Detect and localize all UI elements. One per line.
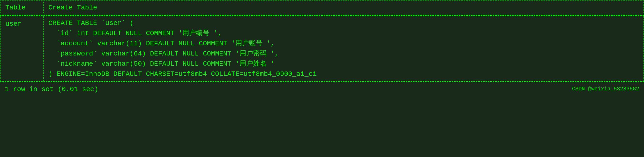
branding-text: CSDN @weixin_53233582 (572, 86, 639, 93)
result-text: 1 row in set (0.01 sec) (5, 85, 98, 94)
footer: 1 row in set (0.01 sec) CSDN @weixin_532… (0, 82, 644, 96)
terminal-window: Table Create Table user CREATE TABLE `us… (0, 0, 644, 157)
table-data-row: user CREATE TABLE `user` ( `id` int DEFA… (0, 16, 644, 82)
data-col-table-name: user (0, 16, 44, 81)
create-table-code: CREATE TABLE `user` ( `id` int DEFAULT N… (48, 18, 639, 79)
data-col-create-statement: CREATE TABLE `user` ( `id` int DEFAULT N… (44, 16, 644, 81)
table-header: Table Create Table (0, 1, 644, 15)
header-col-table: Table (0, 2, 44, 13)
header-col-create: Create Table (44, 2, 644, 13)
